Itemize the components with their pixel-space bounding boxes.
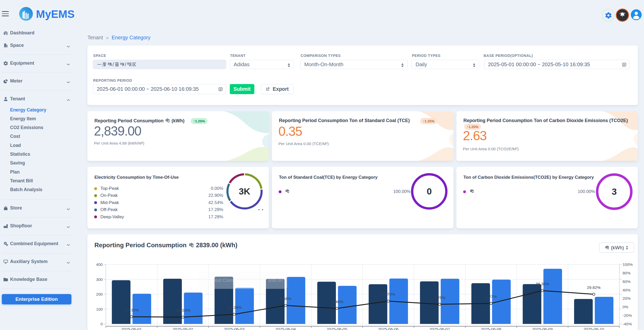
svg-text:29.82%: 29.82% [587,285,601,290]
svg-text:2025-06-06: 2025-06-06 [378,327,398,330]
svg-text:400: 400 [96,262,103,267]
svg-text:2025-06-05: 2025-06-05 [327,327,347,330]
svg-text:2025-06-03: 2025-06-03 [224,327,245,330]
svg-text:0: 0 [100,322,103,326]
svg-text:-24.03%: -24.03% [175,308,190,312]
svg-text:20%: 20% [623,296,631,301]
svg-text:2025-06-02: 2025-06-02 [173,327,193,330]
svg-text:2025-06-08: 2025-06-08 [481,327,501,330]
svg-text:100%: 100% [623,262,633,267]
svg-text:3K: 3K [239,186,250,196]
svg-text:-23.15%: -23.15% [124,308,139,312]
svg-text:80%: 80% [623,271,631,275]
svg-text:-17.39%: -17.39% [227,305,242,310]
svg-text:3.56%: 3.56% [280,296,291,301]
svg-text:Period Consumption: Period Consumption [207,278,251,283]
svg-text:0: 0 [427,186,432,196]
svg-text:38.38%: 38.38% [536,282,549,286]
svg-text:2025-06-07: 2025-06-07 [430,327,450,330]
svg-text:300: 300 [96,277,103,282]
svg-text:-3.46%: -3.46% [331,299,343,304]
svg-text:40%: 40% [623,288,631,292]
svg-text:8.27%: 8.27% [485,294,497,299]
svg-text:0%: 0% [623,305,628,309]
svg-text:13.70%: 13.70% [382,292,395,296]
svg-text:100: 100 [96,307,103,311]
svg-text:-20%: -20% [623,313,632,318]
svg-text:2025-06-09: 2025-06-09 [532,327,553,330]
svg-text:308.00: 308.00 [268,278,283,283]
svg-text:60%: 60% [623,279,631,284]
svg-text:6.25%: 6.25% [434,295,445,300]
svg-text:200: 200 [96,292,103,296]
svg-text:2025-06-04: 2025-06-04 [275,327,296,330]
svg-text:2025-06-01: 2025-06-01 [121,327,142,330]
svg-text:-40%: -40% [623,322,632,326]
svg-text:3: 3 [612,186,617,197]
svg-text:2025-06-10: 2025-06-10 [583,327,604,330]
